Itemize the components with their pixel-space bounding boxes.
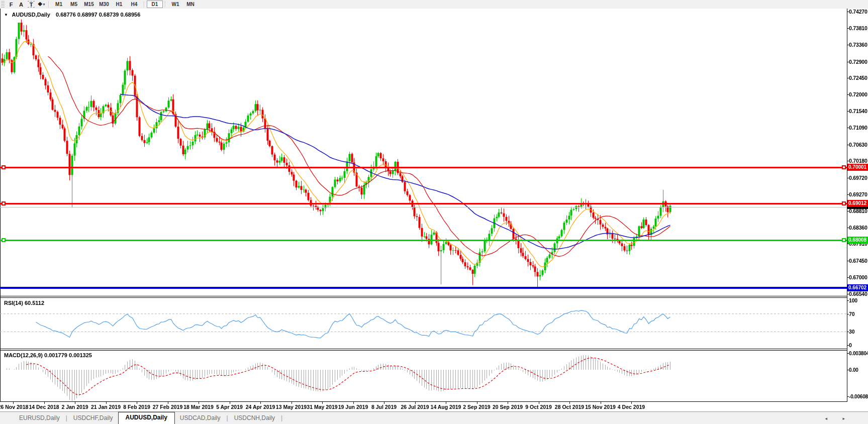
price-tick-label: 0.72000 [849,91,867,97]
rsi-tick-label: 30 [849,329,854,335]
tab-separator: | [280,413,283,424]
price-tick-label: 0.67000 [849,274,867,280]
ohlc-values: 0.68776 0.68997 0.68739 0.68956 [56,12,140,18]
tab-audusd[interactable]: AUDUSD,Daily [118,412,175,424]
timeframe-h1[interactable]: H1 [112,1,127,8]
price-tick-label: 0.71540 [849,108,867,114]
price-tick-label: 0.69720 [849,175,867,181]
rsi-tick-label: 0 [849,342,852,348]
price-tick-label: 0.72450 [849,75,867,81]
hline-price-box: 0.70001 [847,164,868,171]
drawing-tools: FAT❖▾ [6,1,46,8]
date-tick-label: 8 Feb 2019 [123,404,150,410]
date-tick-label: 26 Jul 2019 [401,404,429,410]
price-tick-label: 0.70180 [849,158,867,164]
hline-price-box: 0.66702 [847,284,868,291]
date-tick-label: 27 Feb 2019 [153,404,183,410]
price-tick-label: 0.70630 [849,142,867,148]
rsi-label: RSI(14) 60.5112 [4,300,44,306]
rsi-tick-label: 70 [849,311,854,317]
price-tick-label: 0.73360 [849,42,867,48]
chart-tab-bar: EURUSD,Daily|USDCHF,DailyAUDUSD,DailyUSD… [0,411,868,424]
date-tick-label: 13 May 2019 [276,404,307,410]
date-tick-label: 2 Sep 2019 [463,404,490,410]
rsi-tick-label: 100 [849,297,857,303]
price-tick-label: 0.74270 [849,9,867,15]
hline-price-box: 0.68008 [847,237,868,244]
timeframe-d1[interactable]: D1 [147,1,163,8]
timeframe-separator [144,1,145,8]
date-tick-label: 4 Dec 2019 [618,404,645,410]
symbol-period-label: AUDUSD,Daily [12,12,50,18]
tab-eurusd[interactable]: EURUSD,Daily [14,413,65,424]
tab-scroll-arrows[interactable]: ◂ ▸ [825,416,852,421]
date-tick-label: 21 Jan 2019 [91,404,121,410]
label-tool[interactable]: T [28,1,35,8]
toolbar: FAT❖▾ M1M5M15M30H1H4D1W1MN [0,0,868,9]
date-tick-label: 8 Jul 2019 [371,404,397,410]
date-tick-label: 14 Aug 2019 [431,404,461,410]
timeframe-m1[interactable]: M1 [51,1,66,8]
arrows-tool[interactable]: ❖▾ [36,1,46,8]
tab-usdcnh[interactable]: USDCNH,Daily [229,413,280,424]
price-tick-label: 0.69270 [849,191,867,197]
chart-title: ▼ AUDUSD,Daily 0.68776 0.68997 0.68739 0… [4,12,140,18]
price-tick-label: 0.67450 [849,258,867,264]
date-tick-label: 20 Sep 2019 [493,404,523,410]
timeframe-mn[interactable]: MN [183,1,198,8]
date-tick-label: 14 Dec 2018 [29,404,59,410]
tab-separator: | [226,413,229,424]
tab-usdcad[interactable]: USDCAD,Daily [175,413,226,424]
price-tick-label: 0.68360 [849,225,867,231]
timeframe-m30[interactable]: M30 [97,1,112,8]
toolbar-grip[interactable] [1,1,5,8]
timeframe-m5[interactable]: M5 [66,1,81,8]
arrows-tool-icon: ▾ [43,3,45,7]
timeframe-h4[interactable]: H4 [127,1,142,8]
macd-tick-label: 0.003804 [849,350,868,356]
date-tick-label: 5 Apr 2019 [216,404,243,410]
date-tick-label: 31 May 2019 [307,404,337,410]
fibonacci-tool[interactable]: F [6,1,16,8]
macd-tick-label: -0.006087 [849,393,868,399]
hline-price-box: 0.69012 [847,200,868,207]
price-tick-label: 0.66540 [849,291,867,297]
text-tool[interactable]: A [16,1,26,8]
macd-label: MACD(12,26,9) 0.001779 0.001325 [4,352,92,358]
date-tick-label: 28 Oct 2019 [555,404,584,410]
date-tick-label: 9 Oct 2019 [525,404,552,410]
timeframe-buttons: M1M5M15M30H1H4D1W1MN [51,1,198,8]
date-tick-label: 19 Jun 2019 [338,404,368,410]
chart-tabs: EURUSD,Daily|USDCHF,DailyAUDUSD,DailyUSD… [14,412,283,424]
price-tick-label: 0.73810 [849,25,867,31]
date-tick-label: 15 Nov 2019 [585,404,616,410]
toolbar-separator [48,1,49,8]
date-tick-label: 18 Mar 2019 [183,404,214,410]
mt4-window: FAT❖▾ M1M5M15M30H1H4D1W1MN ▼ AUDUSD,Dail… [0,0,868,424]
timeframe-m15[interactable]: M15 [81,1,97,8]
price-tick-label: 0.72900 [849,59,867,65]
timeframe-w1[interactable]: W1 [168,1,183,8]
tab-usdchf[interactable]: USDCHF,Daily [68,413,118,424]
timeframe-separator [165,1,166,8]
price-chart-canvas[interactable] [0,0,868,424]
collapse-triangle-icon[interactable]: ▼ [4,13,8,17]
macd-tick-label: 0.00 [849,367,858,373]
date-tick-label: 2 Jan 2019 [61,404,88,410]
date-tick-label: 24 Apr 2019 [246,404,275,410]
date-tick-label: 26 Nov 2018 [0,404,28,410]
tab-separator: | [65,413,68,424]
price-tick-label: 0.71090 [849,125,867,131]
